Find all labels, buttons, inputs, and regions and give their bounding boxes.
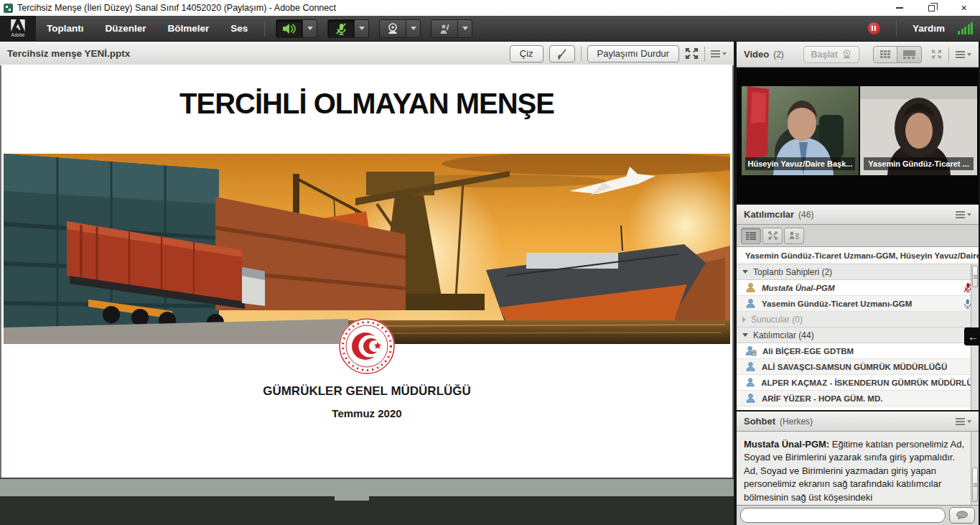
participant-avatar-icon — [745, 393, 756, 404]
microphone-button-group — [327, 19, 369, 38]
attendee-row[interactable]: Yasemin Gündüz-Ticaret Uzmanı-GGM — [737, 296, 979, 312]
fullscreen-icon[interactable] — [931, 50, 942, 59]
speaker-dropdown[interactable] — [303, 19, 317, 38]
attendees-pod-menu-button[interactable] — [956, 211, 971, 218]
chevron-down-icon — [411, 27, 416, 30]
share-pod-header: Tercihsiz menşe YENİ.pptx Çiz Paylaşımı … — [0, 42, 734, 66]
grid-view-button[interactable] — [873, 46, 897, 63]
webcam-feed-yasemin[interactable]: Yasemin Gündüz-Ticaret ... — [860, 86, 977, 175]
chevron-down-icon — [967, 213, 971, 216]
maximize-button[interactable] — [915, 0, 948, 16]
grip-icon — [974, 483, 977, 487]
fullscreen-button[interactable] — [685, 47, 699, 60]
toolbar-separator — [704, 47, 705, 61]
menu-yardim[interactable]: Yardım — [913, 16, 945, 42]
attendees-count: (46) — [798, 210, 813, 220]
expand-triangle-icon — [742, 270, 748, 274]
menu-bolmeler[interactable]: Bölmeler — [157, 16, 220, 42]
chat-pod: Sohbet (Herkes) Mustafa Ünal-PGM: Eğitim… — [737, 412, 979, 525]
chat-messages: Mustafa Ünal-PGM: Eğitime katılan person… — [737, 432, 979, 505]
pod-menu-icon — [711, 50, 720, 57]
scrollbar-thumb[interactable] — [972, 266, 978, 287]
video-pod-header: Video (2) Başlat — [737, 42, 979, 68]
chevron-down-icon — [722, 52, 727, 55]
chat-input[interactable] — [740, 508, 946, 523]
pod-menu-button[interactable] — [711, 50, 727, 57]
chat-send-button[interactable] — [949, 507, 975, 524]
pointer-button[interactable] — [549, 45, 575, 62]
speaker-icon — [282, 23, 297, 34]
group-hosts[interactable]: Toplantı Sahipleri (2) — [737, 264, 979, 280]
chat-input-row — [737, 505, 979, 525]
group-label: Sunucular (0) — [751, 315, 803, 325]
share-pod-bottom-edge — [0, 496, 734, 525]
group-participants[interactable]: Katılımcılar (44) — [737, 327, 979, 343]
attendee-row[interactable]: Ali BİÇER-EGE GDTBM — [737, 343, 979, 359]
group-label: Katılımcılar (44) — [753, 330, 814, 340]
status-dropdown[interactable] — [458, 19, 472, 38]
attendee-status-view-button[interactable] — [784, 228, 804, 244]
close-button[interactable]: × — [948, 0, 980, 16]
attendee-name: Yasemin Gündüz-Ticaret Uzmanı-GGM — [762, 299, 912, 308]
microphone-dropdown[interactable] — [355, 19, 369, 38]
recording-paused-indicator[interactable] — [868, 22, 880, 34]
adobe-wordmark: Adobe — [11, 32, 25, 37]
minimize-button[interactable] — [883, 0, 915, 16]
webcam-dropdown[interactable] — [406, 19, 421, 38]
scrollbar-thumb[interactable] — [972, 468, 978, 502]
attendee-name: ALPER KAÇMAZ - İSKENDERUN GÜMRÜK MÜDÜRLÜ… — [761, 378, 973, 387]
port-photo — [4, 154, 730, 344]
menu-toplanti[interactable]: Toplantı — [36, 16, 95, 42]
share-pod-bottom-bar — [0, 478, 734, 496]
share-document-title: Tercihsiz menşe YENİ.pptx — [7, 48, 130, 59]
webcam-button[interactable] — [379, 19, 406, 38]
chat-scope: (Herkes) — [780, 417, 813, 427]
minimize-icon — [896, 7, 903, 9]
attendee-row[interactable]: Mustafa Ünal-PGM — [737, 280, 979, 296]
mic-muted-icon — [335, 22, 347, 35]
adobe-logo: Adobe — [0, 16, 36, 42]
start-webcam-label: Başlat — [811, 50, 838, 60]
menu-duzenler[interactable]: Düzenler — [95, 16, 157, 42]
chat-pod-menu-button[interactable] — [956, 418, 971, 425]
chat-scrollbar[interactable] — [971, 432, 979, 505]
collapse-panel-arrow[interactable]: ← — [964, 327, 980, 345]
participant-phone-avatar-icon — [745, 345, 757, 356]
attendee-row[interactable]: ALİ SAVAŞCI-SAMSUN GÜMRÜK MÜDÜRLÜĞÜ — [737, 359, 979, 375]
toolbar-separator — [948, 47, 949, 62]
grid-view-icon — [880, 50, 891, 58]
raise-hand-icon — [438, 23, 451, 34]
webcam-button-group — [379, 19, 421, 38]
attendee-row[interactable]: ALPER KAÇMAZ - İSKENDERUN GÜMRÜK MÜDÜRLÜ… — [737, 375, 979, 391]
raise-hand-button[interactable] — [431, 19, 458, 38]
group-presenters[interactable]: Sunucular (0) — [737, 312, 979, 327]
status-view-icon — [789, 231, 799, 240]
attendee-list-view-button[interactable] — [741, 228, 761, 244]
video-pod: Video (2) Başlat — [737, 42, 979, 203]
control-strip-handle[interactable] — [335, 496, 369, 501]
participant-avatar-icon — [745, 361, 756, 372]
window-title: Tercihsiz Menşe (İleri Düzey) Sanal Sını… — [17, 3, 336, 13]
video-pod-menu-button[interactable] — [956, 51, 971, 58]
webcam-feed-huseyin[interactable]: Hüseyin Yavuz/Daire Başk... — [742, 86, 859, 175]
filmstrip-view-button[interactable] — [897, 46, 922, 63]
left-arrow-icon: ← — [968, 330, 979, 343]
breakout-view-button[interactable] — [762, 228, 783, 244]
menu-ses[interactable]: Ses — [220, 16, 258, 42]
webcam-name-label: Hüseyin Yavuz/Daire Başk... — [745, 157, 855, 170]
slide-title: TERCİHLİ OLMAYAN MENŞE — [1, 88, 732, 120]
video-pod-content: Hüseyin Yavuz/Daire Başk... Yasemin Günd… — [737, 68, 979, 203]
attendee-row[interactable]: ARİF YÜZER - HOPA GÜM. MD. — [737, 391, 979, 406]
speaker-button[interactable] — [276, 19, 303, 38]
connection-signal-icon[interactable] — [958, 22, 973, 34]
expand-triangle-icon — [742, 333, 748, 337]
adobe-connect-window: Tercihsiz Menşe (İleri Düzey) Sanal Sını… — [0, 0, 980, 525]
webcam-icon — [841, 50, 852, 59]
chevron-down-icon — [967, 53, 971, 56]
attendees-list: Toplantı Sahipleri (2) Mustafa Ünal-PGM — [737, 264, 979, 410]
webcam-name-label: Yasemin Gündüz-Ticaret ... — [864, 157, 974, 170]
microphone-muted-button[interactable] — [327, 19, 355, 38]
stop-sharing-button[interactable]: Paylaşımı Durdur — [587, 45, 679, 62]
start-webcam-button[interactable]: Başlat — [803, 46, 859, 63]
draw-button[interactable]: Çiz — [510, 45, 543, 62]
